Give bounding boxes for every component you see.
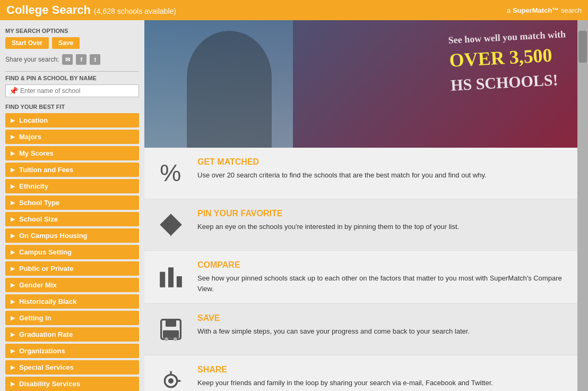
filter-arrow-icon: ▶ [11, 266, 15, 271]
feature-card-pin-favorite: PIN YOUR FAVORITEKeep an eye on the scho… [144, 199, 577, 251]
filter-label: Disability Services [19, 380, 80, 388]
filter-item-tuition-and-fees[interactable]: ▶Tuition and Fees [5, 163, 139, 177]
supermatch-brand: SuperMatch™ [513, 6, 559, 14]
sidebar: MY SEARCH OPTIONS Start Over Save Share … [0, 20, 144, 391]
save-button[interactable]: Save [52, 37, 80, 49]
filter-label: Tuition and Fees [19, 166, 73, 174]
percent-icon: % [155, 157, 187, 189]
filter-label: Location [19, 116, 48, 124]
feature-title-get-matched: GET MATCHED [197, 157, 487, 167]
filter-item-location[interactable]: ▶Location [5, 113, 139, 128]
filter-item-school-type[interactable]: ▶School Type [5, 196, 139, 210]
twitter-share-icon[interactable]: t [90, 54, 100, 65]
filter-item-gender-mix[interactable]: ▶Gender Mix [5, 278, 139, 292]
filter-arrow-icon: ▶ [11, 332, 15, 337]
feature-description-compare: See how your pinned schools stack up to … [197, 273, 567, 294]
filter-arrow-icon: ▶ [11, 200, 15, 206]
feature-text-save: SAVEWith a few simple steps, you can sav… [197, 313, 470, 337]
filter-label: Graduation Rate [19, 330, 73, 338]
hero-banner: See how well you match with OVER 3,500 H… [144, 20, 577, 148]
feature-text-pin-favorite: PIN YOUR FAVORITEKeep an eye on the scho… [197, 209, 459, 232]
facebook-share-icon[interactable]: f [76, 54, 87, 65]
share-label: Share your search: [5, 56, 59, 63]
filter-label: Historically Black [19, 298, 76, 305]
top-buttons: Start Over Save [5, 37, 139, 49]
feature-title-share: SHARE [197, 365, 493, 375]
filter-label: School Size [19, 215, 58, 223]
filter-label: Campus Setting [19, 248, 72, 256]
filter-item-special-services[interactable]: ▶Special Services [5, 360, 139, 375]
filter-arrow-icon: ▶ [11, 167, 15, 173]
bars-icon [155, 260, 187, 292]
share-icon [155, 365, 187, 391]
my-search-options-title: MY SEARCH OPTIONS [5, 28, 139, 34]
hero-text: See how well you match with OVER 3,500 H… [448, 28, 568, 96]
scrollbar[interactable] [577, 20, 588, 391]
header: College Search (4,628 schools available)… [0, 0, 588, 20]
filter-arrow-icon: ▶ [11, 299, 15, 304]
filter-label: School Type [19, 199, 59, 207]
feature-card-save: SAVEWith a few simple steps, you can sav… [144, 304, 577, 355]
pin-icon [155, 209, 187, 241]
filter-item-organizations[interactable]: ▶Organizations [5, 344, 139, 358]
filter-item-historically-black[interactable]: ▶Historically Black [5, 294, 139, 309]
filter-list: ▶Location▶Majors▶My Scores▶Tuition and F… [5, 113, 139, 391]
filter-item-getting-in[interactable]: ▶Getting In [5, 311, 139, 325]
find-pin-title: FIND & PIN A SCHOOL BY NAME [5, 75, 139, 81]
feature-text-compare: COMPARESee how your pinned schools stack… [197, 260, 567, 294]
start-over-button[interactable]: Start Over [5, 37, 49, 49]
svg-text:%: % [160, 160, 181, 186]
filter-arrow-icon: ▶ [11, 134, 15, 140]
filter-item-graduation-rate[interactable]: ▶Graduation Rate [5, 327, 139, 342]
filter-label: Special Services [19, 363, 74, 371]
filter-arrow-icon: ▶ [11, 216, 15, 222]
filter-label: Gender Mix [19, 281, 57, 289]
filter-arrow-icon: ▶ [11, 282, 15, 288]
supermatch-branding: a SuperMatch™ search [507, 6, 582, 14]
filter-item-on-campus-housing[interactable]: ▶On Campus Housing [5, 228, 139, 243]
email-share-icon[interactable]: ✉ [62, 54, 73, 65]
best-fit-title: FIND YOUR BEST FIT [5, 104, 139, 110]
filter-arrow-icon: ▶ [11, 150, 15, 156]
filter-arrow-icon: ▶ [11, 183, 15, 189]
filter-arrow-icon: ▶ [11, 364, 15, 370]
filter-item-majors[interactable]: ▶Majors [5, 130, 139, 144]
feature-card-compare: COMPARESee how your pinned schools stack… [144, 251, 577, 304]
filter-item-my-scores[interactable]: ▶My Scores [5, 146, 139, 160]
right-panel: See how well you match with OVER 3,500 H… [144, 20, 577, 391]
filter-item-disability-services[interactable]: ▶Disability Services [5, 377, 139, 391]
filter-arrow-icon: ▶ [11, 249, 15, 255]
svg-point-9 [165, 337, 168, 341]
feature-text-share: SHAREKeep your friends and family in the… [197, 365, 493, 388]
feature-description-share: Keep your friends and family in the loop… [197, 378, 493, 388]
svg-rect-8 [163, 330, 179, 338]
school-count: (4,628 schools available) [94, 7, 176, 15]
feature-title-compare: COMPARE [197, 260, 567, 270]
filter-arrow-icon: ▶ [11, 315, 15, 321]
filter-item-public-or-private[interactable]: ▶Public or Private [5, 261, 139, 276]
feature-description-pin-favorite: Keep an eye on the schools you're intere… [197, 222, 459, 232]
svg-rect-7 [166, 320, 176, 327]
svg-rect-4 [168, 267, 174, 287]
page-title: College Search (4,628 schools available) [6, 3, 176, 16]
filter-arrow-icon: ▶ [11, 348, 15, 354]
filter-arrow-icon: ▶ [11, 117, 15, 123]
filter-arrow-icon: ▶ [11, 381, 15, 387]
pin-icon: 📌 [9, 87, 18, 95]
filter-label: On Campus Housing [19, 232, 88, 240]
feature-text-get-matched: GET MATCHEDUse over 20 search criteria t… [197, 157, 487, 181]
filter-label: Organizations [19, 347, 65, 355]
filter-item-school-size[interactable]: ▶School Size [5, 212, 139, 226]
feature-card-share: SHAREKeep your friends and family in the… [144, 355, 577, 391]
filter-item-campus-setting[interactable]: ▶Campus Setting [5, 245, 139, 259]
svg-rect-3 [160, 272, 165, 287]
feature-title-save: SAVE [197, 313, 470, 323]
feature-title-pin-favorite: PIN YOUR FAVORITE [197, 209, 459, 218]
filter-label: Getting In [19, 314, 51, 322]
svg-point-10 [174, 337, 177, 341]
feature-description-save: With a few simple steps, you can save yo… [197, 326, 470, 337]
filter-label: Public or Private [19, 265, 74, 273]
filter-item-ethnicity[interactable]: ▶Ethnicity [5, 179, 139, 193]
filter-label: My Scores [19, 149, 54, 157]
search-school-input[interactable] [20, 87, 135, 95]
